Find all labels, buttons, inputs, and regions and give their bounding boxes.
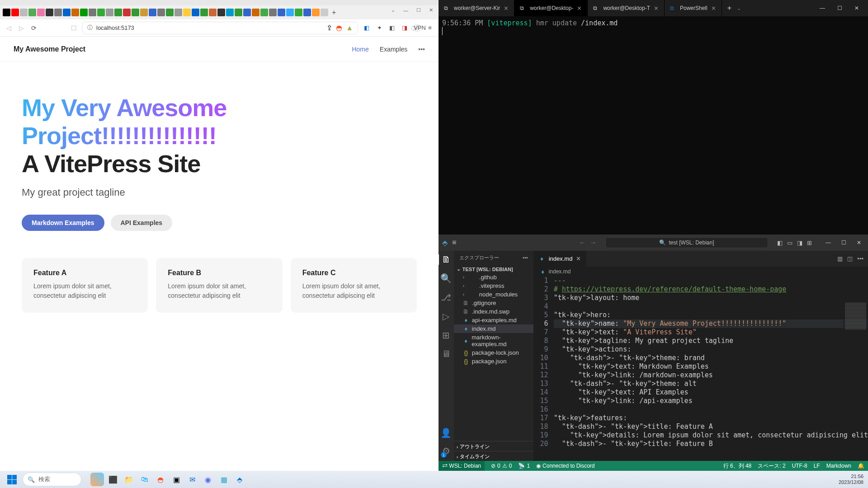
ports-indicator[interactable]: 📡1 <box>518 463 530 469</box>
timeline-section[interactable]: ›タイムライン <box>454 451 533 461</box>
ext-panel-icon[interactable]: ◧ <box>388 24 396 32</box>
new-terminal-tab[interactable]: + <box>722 4 737 12</box>
start-button[interactable] <box>5 472 19 487</box>
problems-indicator[interactable]: ⊘0 ⚠0 <box>491 463 512 469</box>
eol[interactable]: LF <box>814 462 820 470</box>
code-lines[interactable]: ---# https://vitepress.dev/reference/def… <box>554 277 868 461</box>
action-markdown-examples[interactable]: Markdown Examples <box>22 215 104 231</box>
extensions-icon[interactable]: ⊞ <box>442 330 450 341</box>
preview-icon[interactable]: ▥ <box>837 255 843 262</box>
tree-item[interactable]: ♦markdown-examples.md <box>454 333 533 348</box>
brave-shield-icon[interactable]: ◓ <box>336 23 342 32</box>
terminal-tab[interactable]: ⧉worker@Server-Kir✕ <box>439 0 514 16</box>
close-icon[interactable]: ✕ <box>654 5 659 12</box>
vpn-badge[interactable]: ◌ VPN <box>413 24 421 32</box>
url-input[interactable] <box>96 24 323 31</box>
minimize-button[interactable]: — <box>816 5 829 11</box>
file-explorer-icon[interactable]: 📁 <box>122 473 136 486</box>
search-icon[interactable]: 🔍 <box>440 273 452 284</box>
remote-explorer-icon[interactable]: 🖥 <box>442 349 451 359</box>
app-icon[interactable]: ▦ <box>217 473 231 486</box>
new-tab-button[interactable]: + <box>332 9 336 17</box>
action-api-examples[interactable]: API Examples <box>111 215 173 231</box>
editor-tab[interactable]: ♦ index.md ✕ <box>533 251 587 267</box>
store-icon[interactable]: 🛍 <box>138 473 151 486</box>
maximize-button[interactable]: ☐ <box>416 7 421 13</box>
maximize-button[interactable]: ☐ <box>833 5 846 11</box>
vscode-icon[interactable]: ⬘ <box>233 473 246 486</box>
terminal-icon[interactable]: ▣ <box>170 473 183 486</box>
taskbar-search[interactable]: 🔍 検索 <box>23 473 81 486</box>
terminal-tab[interactable]: ⧉PowerShell✕ <box>665 0 722 16</box>
command-center[interactable]: 🔍 test [WSL: Debian] <box>605 237 768 248</box>
address-bar[interactable]: ⓘ ⇪ ◓ ▲ <box>82 22 358 34</box>
close-button[interactable]: ✕ <box>850 5 863 11</box>
menu-button[interactable]: ≡ <box>452 239 456 247</box>
nav-link-home[interactable]: Home <box>352 46 368 53</box>
site-brand[interactable]: My Awesome Project <box>14 45 85 53</box>
task-app-icon[interactable]: ⬛ <box>106 473 120 486</box>
brave-rewards-icon[interactable]: ▲ <box>346 24 353 32</box>
brave-icon[interactable]: ◓ <box>154 473 167 486</box>
notifications-icon[interactable]: 🔔 <box>858 462 864 470</box>
terminal-tab[interactable]: ⧉worker@Desktop-T✕ <box>588 0 665 16</box>
encoding[interactable]: UTF-8 <box>792 462 807 470</box>
terminal-output[interactable]: 9:56:36 PM [vitepress] hmr update /index… <box>439 16 868 235</box>
source-control-icon[interactable]: ⎇ <box>441 292 451 303</box>
task-app-icon[interactable] <box>90 473 104 486</box>
tab-dropdown-icon[interactable]: ⌄ <box>737 5 741 11</box>
minimize-button[interactable]: — <box>823 239 834 246</box>
nav-forward-icon[interactable]: → <box>590 239 596 246</box>
minimap[interactable] <box>843 302 868 393</box>
language-mode[interactable]: Markdown <box>826 462 851 470</box>
close-icon[interactable]: ✕ <box>504 5 509 12</box>
wallet-icon[interactable]: ◨ <box>401 24 409 32</box>
close-button[interactable]: ✕ <box>854 239 864 246</box>
dropdown-icon[interactable]: ⌄ <box>391 7 395 13</box>
back-button[interactable]: ◁ <box>5 24 13 32</box>
tree-item[interactable]: 🗎.gitignore <box>454 299 533 307</box>
layout-icon[interactable]: ◧ <box>777 239 783 246</box>
close-icon[interactable]: ✕ <box>577 5 582 12</box>
tree-item[interactable]: {}package-lock.json <box>454 348 533 357</box>
layout-icon[interactable]: ◨ <box>797 239 802 246</box>
bookmark-icon[interactable]: ☐ <box>70 24 78 32</box>
outlook-icon[interactable]: ✉ <box>185 473 199 486</box>
tree-item[interactable]: ›.vitepress <box>454 282 533 290</box>
discord-icon[interactable]: ◉ <box>201 473 215 486</box>
tree-item[interactable]: ♦index.md <box>454 324 533 333</box>
more-icon[interactable]: ••• <box>523 255 528 260</box>
ext-puzzle-icon[interactable]: ✦ <box>375 24 383 32</box>
debug-icon[interactable]: ▷ <box>443 311 449 322</box>
workspace-title[interactable]: ⌄TEST [WSL: DEBIAN] <box>454 265 533 273</box>
clock[interactable]: 21:56 2023/12/08 <box>839 474 863 485</box>
nav-link-examples[interactable]: Examples <box>380 46 407 53</box>
outline-section[interactable]: ›アウトライン <box>454 441 533 451</box>
close-icon[interactable]: ✕ <box>576 255 581 262</box>
cursor-position[interactable]: 行 6、列 48 <box>723 462 752 470</box>
terminal-tab[interactable]: ⧉worker@Desktop-✕ <box>514 0 588 16</box>
explorer-icon[interactable]: 🗎 <box>439 254 453 265</box>
forward-button[interactable]: ▷ <box>17 24 25 32</box>
site-info-icon[interactable]: ⓘ <box>87 24 93 32</box>
layout-icon[interactable]: ▭ <box>787 239 793 246</box>
account-icon[interactable]: 👤 <box>440 427 452 438</box>
indentation[interactable]: スペース: 2 <box>758 462 785 470</box>
share-icon[interactable]: ⇪ <box>326 23 332 32</box>
reload-button[interactable]: ⟳ <box>30 24 38 32</box>
discord-status[interactable]: ◉Connected to Discord <box>536 463 594 469</box>
tree-item[interactable]: 🗎.index.md.swp <box>454 307 533 316</box>
tree-item[interactable]: {}package.json <box>454 357 533 366</box>
remote-indicator[interactable]: ⮂ WSL: Debian <box>439 461 485 471</box>
code-editor[interactable]: 1234567891011121314151617181920 ---# htt… <box>533 277 868 461</box>
settings-icon[interactable]: ⚙1 <box>442 446 450 456</box>
split-icon[interactable]: ◫ <box>847 255 853 262</box>
nav-back-icon[interactable]: ← <box>579 239 585 246</box>
layout-icon[interactable]: ⊞ <box>807 239 812 246</box>
maximize-button[interactable]: ☐ <box>838 239 849 246</box>
close-button[interactable]: ✕ <box>429 7 433 13</box>
hamburger-menu[interactable]: ≡ <box>426 24 434 32</box>
close-icon[interactable]: ✕ <box>711 5 716 12</box>
more-icon[interactable]: ••• <box>857 255 863 262</box>
tree-item[interactable]: ›.github <box>454 273 533 282</box>
